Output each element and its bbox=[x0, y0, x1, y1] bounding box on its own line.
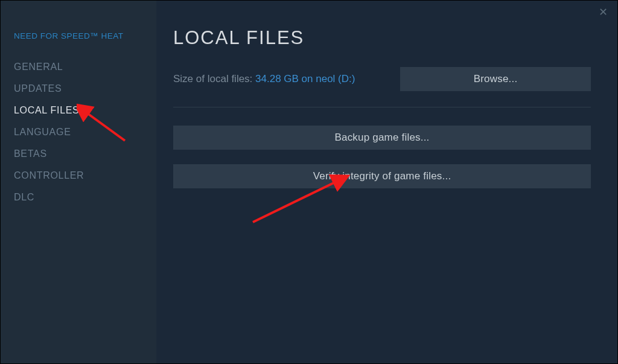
close-icon[interactable]: ✕ bbox=[595, 4, 611, 20]
backup-game-files-button[interactable]: Backup game files... bbox=[173, 126, 591, 150]
sidebar-item-dlc[interactable]: DLC bbox=[14, 187, 143, 208]
page-title: LOCAL FILES bbox=[173, 27, 591, 49]
sidebar-item-updates[interactable]: UPDATES bbox=[14, 78, 143, 100]
sidebar-item-betas[interactable]: BETAS bbox=[14, 143, 143, 165]
sidebar-item-local-files[interactable]: LOCAL FILES bbox=[14, 100, 143, 121]
size-value: 34.28 GB on neol (D:) bbox=[255, 73, 355, 85]
local-files-size-row: Size of local files: 34.28 GB on neol (D… bbox=[173, 67, 591, 91]
local-files-size-text: Size of local files: 34.28 GB on neol (D… bbox=[173, 73, 389, 85]
size-label: Size of local files: bbox=[173, 73, 255, 85]
game-title: NEED FOR SPEED™ HEAT bbox=[14, 31, 143, 42]
sidebar-item-language[interactable]: LANGUAGE bbox=[14, 121, 143, 143]
browse-button[interactable]: Browse... bbox=[400, 67, 591, 91]
sidebar: NEED FOR SPEED™ HEAT GENERAL UPDATES LOC… bbox=[1, 1, 156, 363]
sidebar-item-general[interactable]: GENERAL bbox=[14, 56, 143, 78]
section-divider bbox=[173, 107, 591, 107]
verify-integrity-button[interactable]: Verify integrity of game files... bbox=[173, 164, 591, 188]
properties-window: NEED FOR SPEED™ HEAT GENERAL UPDATES LOC… bbox=[1, 1, 617, 363]
content-pane: ✕ LOCAL FILES Size of local files: 34.28… bbox=[156, 1, 617, 363]
sidebar-item-controller[interactable]: CONTROLLER bbox=[14, 165, 143, 187]
